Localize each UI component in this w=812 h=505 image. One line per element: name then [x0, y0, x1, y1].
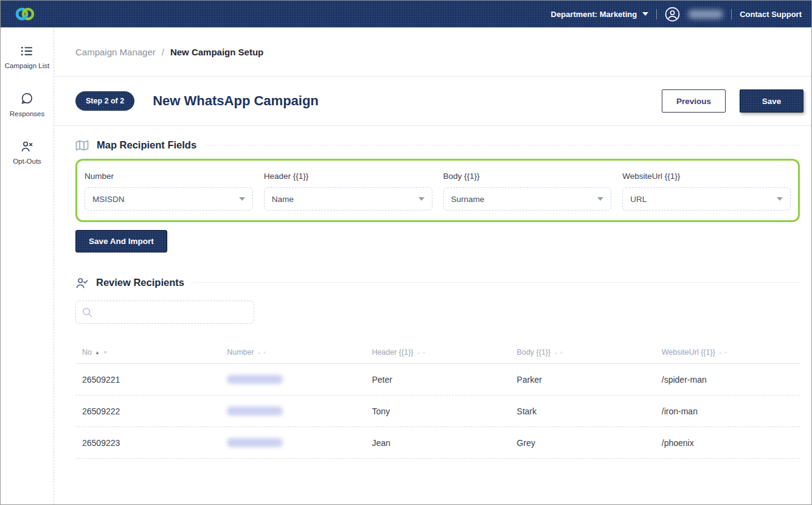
breadcrumb: Campaign Manager / New Campaign Setup [55, 27, 811, 76]
search-input[interactable] [97, 307, 248, 318]
column-label: WebsiteUrl {{1}} [662, 348, 715, 357]
cell-websiteurl: /spider-man [655, 375, 800, 385]
chevron-down-icon [239, 197, 245, 201]
department-dropdown[interactable]: Department: Marketing [551, 10, 649, 19]
websiteurl-field-select[interactable]: URL [622, 187, 791, 211]
recipients-table: No ▲ ▼ Number ▲▼ Header {{1}} ▲▼ Body {{… [75, 348, 800, 459]
cell-header: Tony [365, 406, 510, 416]
header-field-select[interactable]: Name [264, 187, 432, 211]
sidebar-item-label: Responses [10, 110, 45, 117]
person-check-icon [75, 277, 88, 288]
cell-header: Jean [365, 438, 510, 448]
sort-asc-icon: ▲ [95, 350, 100, 355]
page-title: New WhatsApp Campaign [153, 93, 319, 109]
chevron-down-icon [597, 197, 603, 201]
page-content: Map Recipient Fields Number MSISDN Heade… [55, 139, 811, 459]
sidebar-item-label: Campaign List [5, 62, 50, 69]
cell-number-redacted [220, 375, 365, 384]
save-and-import-button[interactable]: Save And Import [75, 230, 167, 252]
column-label: No [82, 348, 92, 357]
chat-bubble-icon [21, 92, 33, 105]
previous-button[interactable]: Previous [662, 89, 726, 113]
brand-logo-icon [13, 5, 37, 23]
number-field-select[interactable]: MSISDN [85, 187, 253, 211]
sort-icons: ▲▼ [257, 350, 268, 355]
review-recipients-header: Review Recipients [75, 277, 800, 288]
user-avatar-icon[interactable] [665, 7, 680, 22]
divider [55, 125, 811, 126]
column-header-header[interactable]: Header {{1}} ▲▼ [365, 348, 510, 357]
main-area: Campaign Manager / New Campaign Setup St… [55, 27, 811, 504]
cell-header: Peter [365, 375, 510, 385]
sidebar-item-campaign-list[interactable]: Campaign List [5, 46, 50, 69]
column-label: Body {{1}} [517, 348, 551, 357]
column-label: Header {{1}} [372, 348, 413, 357]
sidebar-item-label: Opt-Outs [13, 158, 41, 165]
breadcrumb-separator: / [162, 47, 164, 57]
recipient-search-box[interactable] [75, 301, 254, 324]
save-button[interactable]: Save [740, 89, 803, 113]
column-header-websiteurl[interactable]: WebsiteUrl {{1}} ▲▼ [655, 348, 800, 357]
chevron-down-icon [777, 197, 783, 201]
navbar-divider [656, 9, 657, 19]
brand-logo[interactable] [13, 5, 37, 23]
breadcrumb-parent-link[interactable]: Campaign Manager [75, 47, 156, 57]
section-title: Review Recipients [96, 277, 184, 288]
column-header-body[interactable]: Body {{1}} ▲▼ [510, 348, 655, 357]
field-mapping-box: Number MSISDN Header {{1}} Name Body {{1… [75, 159, 800, 222]
cell-no: 26509223 [75, 438, 220, 448]
map-field-header: Header {{1}} Name [264, 167, 432, 211]
username-redacted [688, 10, 723, 19]
cell-websiteurl: /phoenix [655, 438, 800, 448]
step-badge: Step 2 of 2 [75, 91, 134, 111]
dotted-rule [206, 145, 800, 145]
map-field-websiteurl: WebsiteUrl {{1}} URL [622, 167, 791, 211]
person-circle-icon [665, 7, 680, 22]
body-field-select[interactable]: Surname [443, 187, 612, 211]
page-header: Step 2 of 2 New WhatsApp Campaign Previo… [55, 77, 811, 125]
navbar-divider [731, 9, 732, 19]
breadcrumb-current: New Campaign Setup [170, 47, 263, 57]
sidebar: Campaign List Responses Opt-Outs [1, 27, 54, 504]
contact-support-link[interactable]: Contact Support [740, 10, 802, 19]
cell-websiteurl: /iron-man [655, 406, 800, 416]
sort-icons: ▲▼ [417, 350, 428, 355]
column-header-number[interactable]: Number ▲▼ [220, 348, 365, 357]
search-icon [82, 307, 92, 318]
chevron-down-icon [418, 197, 425, 201]
column-label: Number [227, 348, 254, 357]
redacted-blur [227, 438, 283, 447]
dotted-rule [193, 282, 800, 283]
sort-icons: ▲▼ [718, 350, 729, 355]
sidebar-item-opt-outs[interactable]: Opt-Outs [13, 141, 41, 165]
cell-no: 26509222 [75, 406, 220, 416]
field-label: WebsiteUrl {{1}} [622, 172, 791, 181]
select-value: Surname [451, 195, 485, 204]
redacted-blur [227, 406, 283, 416]
cell-body: Grey [510, 438, 655, 448]
column-header-no[interactable]: No ▲ ▼ [75, 348, 220, 357]
select-value: URL [630, 195, 647, 204]
section-title: Map Recipient Fields [97, 139, 196, 151]
map-field-number: Number MSISDN [85, 167, 253, 211]
department-label: Department: Marketing [551, 10, 637, 19]
table-row: 26509221 Peter Parker /spider-man [75, 364, 800, 395]
cell-body: Parker [510, 375, 655, 385]
top-navbar: Department: Marketing Contact Support [1, 1, 811, 27]
cell-number-redacted [220, 438, 365, 447]
field-label: Number [85, 172, 253, 181]
sort-desc-icon: ▼ [103, 350, 108, 355]
sidebar-item-responses[interactable]: Responses [10, 92, 45, 117]
header-actions: Previous Save [662, 89, 803, 113]
cell-number-redacted [220, 406, 365, 416]
chevron-down-icon [642, 12, 648, 16]
app-window: Department: Marketing Contact Support [0, 0, 812, 505]
select-value: Name [272, 195, 294, 204]
table-row: 26509223 Jean Grey /phoenix [75, 427, 800, 459]
cell-no: 26509221 [75, 375, 220, 385]
person-remove-icon [21, 141, 33, 152]
map-field-body: Body {{1}} Surname [443, 167, 612, 211]
field-label: Body {{1}} [443, 172, 612, 181]
map-recipient-fields-header: Map Recipient Fields [75, 139, 800, 151]
redacted-blur [227, 375, 283, 384]
